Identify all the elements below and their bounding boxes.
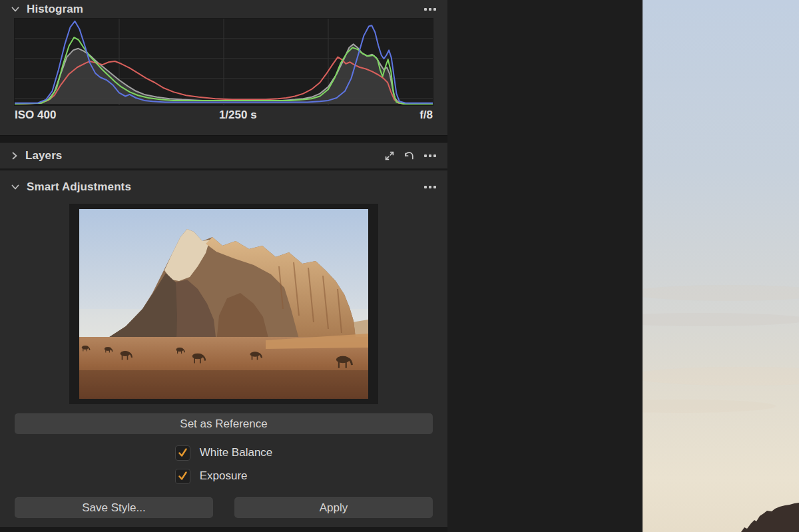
checkmark-icon: [179, 473, 186, 479]
viewer-canvas[interactable]: [643, 0, 799, 532]
save-style-button[interactable]: Save Style...: [15, 497, 213, 518]
viewer-background: [447, 0, 799, 532]
action-button-row: Save Style... Apply: [15, 497, 433, 518]
reference-thumbnail-image: [79, 209, 368, 399]
layers-panel-header[interactable]: Layers: [0, 143, 447, 168]
tool-panel-column: Histogram ISO 400 1/250 s f/8: [0, 0, 447, 532]
ellipsis-menu-icon[interactable]: [423, 184, 437, 190]
panel-title-layers: Layers: [25, 149, 62, 162]
chevron-down-icon[interactable]: [11, 5, 20, 13]
layers-panel: Layers: [0, 143, 447, 168]
capture-one-workspace: Histogram ISO 400 1/250 s f/8: [0, 0, 799, 532]
panel-title-smart-adjustments: Smart Adjustments: [27, 180, 131, 194]
chevron-right-icon[interactable]: [11, 151, 19, 160]
histogram-panel-header[interactable]: Histogram: [0, 0, 447, 19]
smart-adjustments-panel: Smart Adjustments: [0, 170, 447, 518]
panel-separator-bottom: [0, 527, 447, 532]
aperture-value: f/8: [419, 109, 433, 122]
exposure-info-row: ISO 400 1/250 s f/8: [0, 105, 447, 135]
viewer-photo: [643, 0, 799, 532]
ellipsis-menu-icon[interactable]: [423, 153, 437, 158]
set-as-reference-button[interactable]: Set as Reference: [15, 413, 433, 434]
exposure-checkbox[interactable]: [175, 469, 190, 484]
exposure-label: Exposure: [200, 469, 248, 483]
white-balance-label: White Balance: [200, 446, 273, 459]
checkmark-icon: [179, 449, 186, 456]
expand-icon[interactable]: [384, 150, 395, 161]
exposure-row: Exposure: [175, 468, 273, 484]
ellipsis-menu-icon[interactable]: [423, 7, 437, 12]
chevron-down-icon[interactable]: [11, 183, 20, 191]
histogram-panel: Histogram ISO 400 1/250 s f/8: [0, 0, 447, 135]
panel-separator: [0, 135, 447, 143]
shutter-speed-value: 1/250 s: [219, 109, 257, 122]
apply-button[interactable]: Apply: [234, 497, 433, 518]
smart-adjustments-panel-header[interactable]: Smart Adjustments: [0, 170, 447, 203]
reset-adjustments-icon[interactable]: [403, 150, 415, 161]
panel-title-histogram: Histogram: [27, 3, 83, 16]
white-balance-checkbox[interactable]: [175, 445, 190, 461]
reference-thumbnail: [69, 204, 378, 404]
adjustment-checkboxes: White Balance Exposure: [175, 445, 273, 484]
white-balance-row: White Balance: [175, 445, 273, 461]
histogram-plot: [15, 19, 433, 105]
iso-value: ISO 400: [15, 109, 56, 122]
